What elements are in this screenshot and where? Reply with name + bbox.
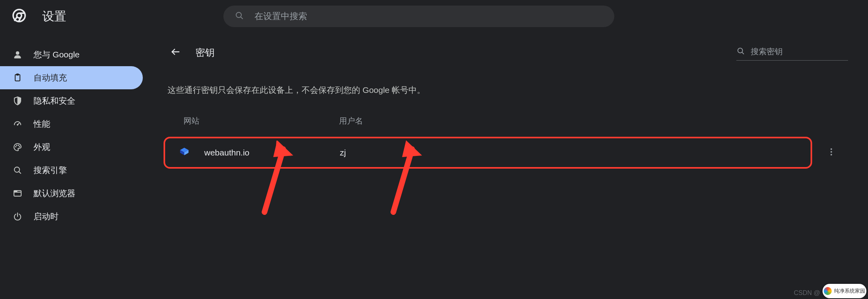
page-title: 密钥 <box>195 46 215 59</box>
sidebar-item-autofill[interactable]: 自动填充 <box>0 66 143 89</box>
main-content: 密钥 这些通行密钥只会保存在此设备上，不会保存到您的 Google 帐号中。 网… <box>148 33 868 299</box>
window-icon <box>13 189 34 198</box>
sidebar-item-label: 您与 Google <box>34 49 80 60</box>
passkey-row[interactable]: webauthn.io zj <box>164 137 812 169</box>
svg-rect-9 <box>16 74 19 75</box>
speedometer-icon <box>13 119 34 129</box>
sidebar-item-label: 性能 <box>34 118 50 130</box>
svg-point-7 <box>16 51 19 55</box>
search-icon <box>736 47 751 57</box>
svg-point-12 <box>15 146 16 147</box>
svg-point-27 <box>831 154 832 155</box>
chrome-logo-icon <box>12 8 42 24</box>
sidebar-item-label: 搜索引擎 <box>34 165 67 176</box>
sidebar-item-label: 默认浏览器 <box>34 188 75 199</box>
svg-point-26 <box>831 151 832 153</box>
search-icon <box>235 11 254 22</box>
table-header: 网站 用户名 <box>164 116 848 137</box>
row-more-button[interactable] <box>823 145 839 161</box>
row-site-value: webauthn.io <box>204 148 340 157</box>
search-settings-bar[interactable] <box>223 6 614 27</box>
search-icon <box>13 165 34 175</box>
badge-logo-icon <box>824 287 832 295</box>
search-settings-input[interactable] <box>254 11 603 22</box>
svg-line-6 <box>241 17 243 19</box>
svg-line-24 <box>742 52 744 54</box>
sidebar-item-search-engine[interactable]: 搜索引擎 <box>0 159 143 182</box>
sidebar-item-label: 自动填充 <box>34 72 67 83</box>
svg-rect-20 <box>14 191 17 192</box>
description-text: 这些通行密钥只会保存在此设备上，不会保存到您的 Google 帐号中。 <box>164 85 848 96</box>
svg-point-14 <box>18 145 19 146</box>
badge-text: 纯净系统家园 <box>834 287 865 295</box>
source-badge: 纯净系统家园 <box>823 284 866 298</box>
svg-point-25 <box>831 148 832 150</box>
site-favicon-icon <box>179 146 204 159</box>
sidebar-item-privacy[interactable]: 隐私和安全 <box>0 89 143 112</box>
power-icon <box>13 212 34 221</box>
sidebar: 您与 Google 自动填充 隐私和安全 性能 外观 搜索引擎 默认浏览器 启 <box>0 33 148 299</box>
svg-point-11 <box>17 124 18 126</box>
sidebar-item-label: 外观 <box>34 142 50 153</box>
svg-point-13 <box>16 145 17 146</box>
sidebar-item-you-and-google[interactable]: 您与 Google <box>0 43 143 66</box>
svg-point-15 <box>19 146 20 147</box>
sidebar-item-appearance[interactable]: 外观 <box>0 136 143 159</box>
svg-line-17 <box>19 172 21 174</box>
search-keys-input[interactable] <box>751 47 848 56</box>
clipboard-icon <box>13 73 34 83</box>
palette-icon <box>13 142 34 152</box>
sidebar-item-label: 启动时 <box>34 211 59 222</box>
more-vert-icon <box>827 147 836 158</box>
sidebar-item-default-browser[interactable]: 默认浏览器 <box>0 182 143 205</box>
sidebar-item-performance[interactable]: 性能 <box>0 112 143 136</box>
column-header-site: 网站 <box>183 116 339 126</box>
column-header-username: 用户名 <box>339 116 363 126</box>
sidebar-item-label: 隐私和安全 <box>34 95 75 106</box>
shield-icon <box>13 96 34 106</box>
row-username-value: zj <box>340 148 346 157</box>
sidebar-item-on-startup[interactable]: 启动时 <box>0 205 143 228</box>
back-button[interactable] <box>168 45 183 61</box>
search-keys-bar[interactable] <box>736 45 848 61</box>
app-title: 设置 <box>42 8 66 25</box>
person-icon <box>13 50 34 59</box>
arrow-left-icon <box>170 47 181 59</box>
watermark-text: CSDN @ <box>794 289 820 297</box>
